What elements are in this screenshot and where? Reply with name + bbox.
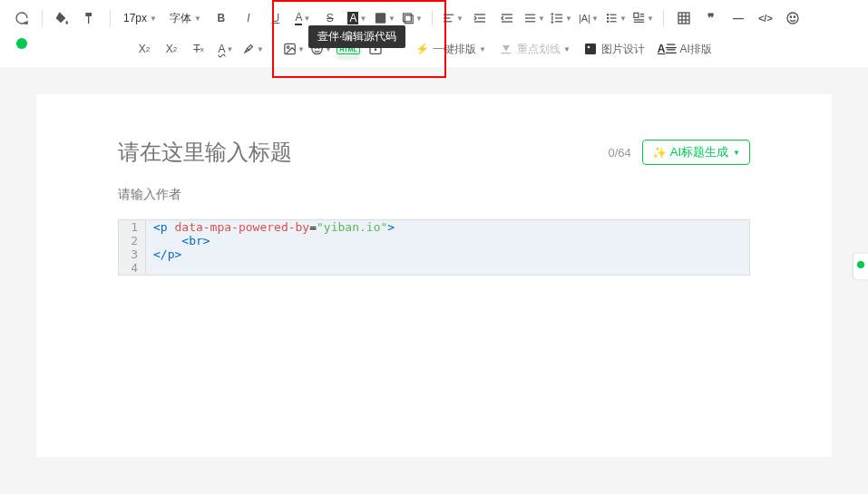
line-content[interactable]: <p data-mpa-powered-by="yiban.io"> xyxy=(146,220,749,234)
line-content[interactable]: </p> xyxy=(146,247,749,261)
font-family-value: 字体 xyxy=(170,11,191,26)
svg-point-22 xyxy=(607,17,608,18)
superscript-button[interactable]: X2 xyxy=(133,38,155,60)
main-toolbar: 壹伴·编辑源代码 17px▼ 字体▼ B I U A▼ S A▼ ▼ ▼ ▼ ▼… xyxy=(0,0,868,67)
bold-button[interactable]: B xyxy=(210,7,232,29)
chevron-down-icon: ▼ xyxy=(538,15,545,23)
svg-rect-29 xyxy=(678,13,689,24)
divider xyxy=(663,10,664,26)
line-number: 1 xyxy=(119,220,146,234)
image-button[interactable]: ▼ xyxy=(283,38,305,60)
line-number: 4 xyxy=(119,261,146,275)
chevron-down-icon: ▼ xyxy=(415,15,423,23)
letter-spacing-button[interactable]: |A|▼ xyxy=(578,7,600,29)
chevron-down-icon: ▼ xyxy=(619,15,627,23)
subscript-button[interactable]: X2 xyxy=(161,38,182,60)
line-content[interactable]: <br> xyxy=(146,234,749,247)
svg-point-35 xyxy=(790,16,791,17)
svg-point-45 xyxy=(588,46,590,49)
quote-button[interactable]: ❞ xyxy=(700,7,722,29)
chevron-down-icon: ▼ xyxy=(565,15,572,23)
code-button[interactable]: </> xyxy=(755,7,776,29)
side-status-dot xyxy=(857,261,864,268)
svg-point-43 xyxy=(375,49,375,50)
author-input[interactable] xyxy=(118,187,277,201)
svg-rect-44 xyxy=(585,44,596,54)
text-effect-button[interactable]: A▼ xyxy=(215,38,237,60)
tooltip: 壹伴·编辑源代码 xyxy=(308,25,405,48)
chevron-down-icon: ▼ xyxy=(297,45,305,53)
format-painter-icon[interactable] xyxy=(79,7,101,29)
code-line: 3 </p> xyxy=(119,247,749,261)
underline-button[interactable]: U xyxy=(265,7,287,29)
chevron-down-icon: ▼ xyxy=(388,15,395,23)
chevron-down-icon: ▼ xyxy=(479,45,486,53)
align-justify-button[interactable]: ▼ xyxy=(523,7,545,29)
ai-layout-button[interactable]: A亖AI排版 xyxy=(654,42,716,57)
divider xyxy=(42,10,43,26)
side-panel[interactable] xyxy=(853,254,868,279)
chevron-down-icon: ▼ xyxy=(227,45,234,53)
chevron-down-icon: ▼ xyxy=(733,149,740,157)
toolbar-row-1: 17px▼ 字体▼ B I U A▼ S A▼ ▼ ▼ ▼ ▼ ▼ |A|▼ ▼… xyxy=(11,7,857,29)
float-button[interactable]: ▼ xyxy=(632,7,654,29)
divider xyxy=(110,10,111,26)
outdent-button[interactable] xyxy=(496,7,518,29)
title-row: 0/64 ✨ AI标题生成 ▼ xyxy=(118,140,750,165)
code-editor[interactable]: 1 <p data-mpa-powered-by="yiban.io"> 2 <… xyxy=(118,219,750,276)
svg-rect-24 xyxy=(634,13,639,17)
status-dot xyxy=(16,38,27,49)
align-left-button[interactable]: ▼ xyxy=(442,7,463,29)
line-number: 3 xyxy=(119,247,146,261)
hr-button[interactable]: — xyxy=(727,7,749,29)
title-input[interactable] xyxy=(118,140,608,165)
chevron-down-icon: ▼ xyxy=(257,45,264,53)
ai-layout-label: AI排版 xyxy=(680,42,712,57)
editor-content: 0/64 ✨ AI标题生成 ▼ 1 <p data-mpa-powered-by… xyxy=(36,94,832,457)
emoji-button[interactable] xyxy=(782,7,804,29)
svg-point-21 xyxy=(607,15,608,15)
brush-button[interactable]: ▼ xyxy=(242,38,264,60)
key-underline-label: 重点划线 xyxy=(517,42,561,57)
chevron-down-icon: ▼ xyxy=(303,15,310,23)
font-family-select[interactable]: 字体▼ xyxy=(166,11,205,26)
divider xyxy=(273,41,274,57)
chevron-down-icon: ▼ xyxy=(563,45,571,53)
toolbar-row-2: X2 X2 Tx A▼ ▼ ▼ ▼ HTML ⚡一键排版▼ 重点划线▼ 图片设计… xyxy=(11,38,857,60)
chevron-down-icon: ▼ xyxy=(647,15,654,23)
chevron-down-icon: ▼ xyxy=(456,15,463,23)
chevron-down-icon: ▼ xyxy=(359,15,366,23)
image-design-button[interactable]: 图片设计 xyxy=(580,42,649,57)
svg-rect-0 xyxy=(375,13,385,23)
table-button[interactable] xyxy=(673,7,695,29)
line-spacing-button[interactable]: ▼ xyxy=(551,7,572,29)
one-click-layout-button[interactable]: ⚡一键排版▼ xyxy=(412,42,490,57)
svg-point-23 xyxy=(607,21,608,22)
list-button[interactable]: ▼ xyxy=(605,7,627,29)
chevron-down-icon: ▼ xyxy=(150,15,157,23)
code-line: 2 <br> xyxy=(119,234,749,247)
ai-title-label: AI标题生成 xyxy=(670,144,728,160)
divider xyxy=(432,10,433,26)
chevron-down-icon: ▼ xyxy=(194,15,201,23)
image-design-label: 图片设计 xyxy=(601,42,645,57)
svg-point-34 xyxy=(787,13,798,24)
italic-button[interactable]: I xyxy=(238,7,259,29)
paint-bucket-icon[interactable] xyxy=(52,7,73,29)
font-size-select[interactable]: 17px▼ xyxy=(120,12,161,24)
key-underline-button[interactable]: 重点划线▼ xyxy=(495,42,574,57)
code-line: 4 xyxy=(119,261,749,275)
svg-point-38 xyxy=(287,46,289,49)
clear-format-button[interactable]: Tx xyxy=(188,38,210,60)
magic-icon: ✨ xyxy=(652,146,667,160)
font-size-value: 17px xyxy=(123,12,147,24)
indent-button[interactable] xyxy=(469,7,491,29)
svg-point-36 xyxy=(794,16,795,17)
one-click-layout-label: 一键排版 xyxy=(433,42,476,57)
redo-icon[interactable] xyxy=(11,7,33,29)
title-counter: 0/64 xyxy=(608,146,630,160)
chevron-down-icon: ▼ xyxy=(591,15,599,23)
code-line: 1 <p data-mpa-powered-by="yiban.io"> xyxy=(119,220,749,234)
line-content[interactable] xyxy=(146,261,749,275)
ai-title-generate-button[interactable]: ✨ AI标题生成 ▼ xyxy=(642,140,750,165)
